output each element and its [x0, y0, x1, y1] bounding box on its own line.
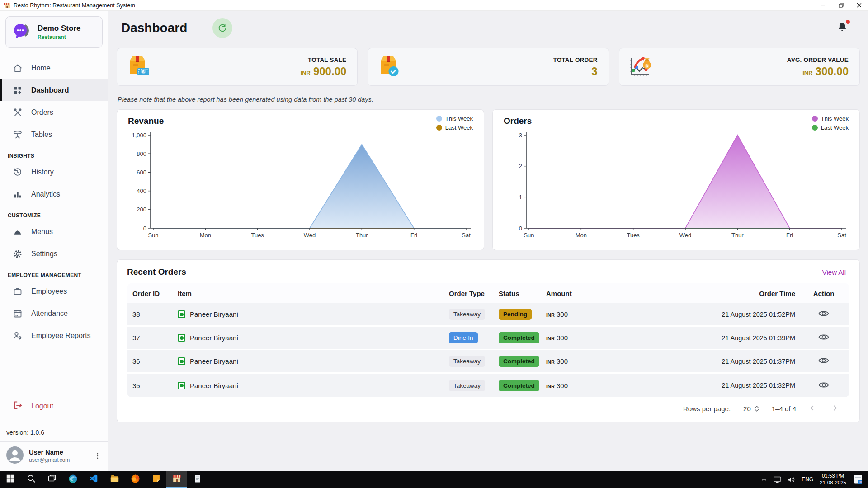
prev-page-button[interactable] — [809, 404, 816, 413]
sidebar-item-dashboard[interactable]: Dashboard — [0, 79, 108, 101]
package-check-icon — [376, 53, 402, 80]
legend-item-last-week[interactable]: Last Week — [812, 124, 849, 131]
search-icon — [26, 474, 36, 485]
minimize-button[interactable] — [814, 0, 832, 10]
taskbar-icon-resto-app[interactable] — [166, 471, 187, 488]
svg-text:400: 400 — [137, 188, 146, 194]
veg-icon — [178, 310, 185, 318]
svg-text:10: 10 — [858, 480, 862, 483]
revenue-chart: 02004006008001,000SunMonTuesWedThurFriSa… — [124, 130, 474, 244]
close-button[interactable] — [850, 0, 868, 10]
next-page-button[interactable] — [831, 404, 839, 413]
view-order-button[interactable] — [818, 308, 829, 320]
sidebar-item-label: Analytics — [31, 190, 60, 198]
veg-icon — [178, 357, 185, 365]
sidebar-item-tables[interactable]: Tables — [0, 123, 108, 145]
stat-label: TOTAL SALE — [301, 56, 347, 63]
avatar — [6, 446, 24, 465]
sidebar-item-menus[interactable]: Menus — [0, 221, 108, 243]
taskbar-icon-file-explorer[interactable] — [104, 471, 125, 488]
view-order-button[interactable] — [818, 355, 829, 367]
taskbar-icon-notepad[interactable] — [187, 471, 208, 488]
taskbar: ENG 01:53 PM 21-08-2025 10 — [0, 471, 868, 488]
notification-dot — [846, 20, 850, 24]
app-icon — [4, 2, 11, 9]
sidebar-item-home[interactable]: Home — [0, 57, 108, 79]
window-title: Resto Rhythm: Restaurant Management Syst… — [14, 2, 135, 9]
legend-item-this-week[interactable]: This Week — [436, 115, 473, 122]
svg-text:Mon: Mon — [200, 232, 211, 239]
taskbar-icon-vscode[interactable] — [83, 471, 104, 488]
taskbar-clock[interactable]: 01:53 PM 21-08-2025 — [820, 473, 846, 486]
user-name: User Name — [29, 449, 70, 456]
veg-icon — [178, 334, 185, 342]
window-titlebar: Resto Rhythm: Restaurant Management Syst… — [0, 0, 868, 11]
settings-icon — [12, 249, 23, 259]
rows-per-page-label: Rows per page: — [683, 405, 731, 413]
svg-text:Thur: Thur — [356, 232, 368, 239]
taskbar-icon-search[interactable] — [21, 471, 42, 488]
language-indicator[interactable]: ENG — [802, 476, 813, 483]
sidebar-item-label: Employees — [31, 287, 67, 296]
user-email: user@gmail.com — [29, 457, 70, 463]
analytics-icon — [12, 189, 23, 200]
svg-text:2: 2 — [519, 163, 522, 169]
view-order-button[interactable] — [818, 332, 829, 344]
view-all-link[interactable]: View All — [822, 268, 846, 276]
taskbar-icon-firefox[interactable] — [125, 471, 146, 488]
taskbar-icon-edge[interactable] — [62, 471, 83, 488]
chevron-up-icon[interactable] — [761, 476, 767, 483]
sidebar-item-attendance[interactable]: Attendance — [0, 302, 108, 324]
orders-table-body: 38Paneer BiryaaniTakeawayPendingINR30021… — [127, 303, 849, 397]
sidebar-item-employees[interactable]: Employees — [0, 280, 108, 302]
view-order-button[interactable] — [818, 380, 829, 392]
svg-text:1: 1 — [519, 194, 522, 201]
order-type-chip: Takeaway — [449, 309, 485, 320]
store-card[interactable]: Demo Store Restaurant — [5, 16, 103, 48]
tables-icon — [12, 129, 23, 140]
sidebar-item-label: Dashboard — [31, 86, 69, 94]
sidebar-item-employee-reports[interactable]: Employee Reports — [0, 324, 108, 347]
col-action: Action — [803, 290, 844, 297]
item-name: Paneer Biryaani — [190, 382, 238, 389]
svg-text:Sun: Sun — [148, 232, 158, 239]
order-time: 21 August 2025 01:37PM — [614, 358, 803, 365]
volume-icon[interactable] — [788, 476, 795, 483]
attendance-icon — [12, 308, 23, 319]
svg-text:800: 800 — [137, 150, 146, 157]
rows-per-page-value[interactable]: 20 — [743, 405, 751, 413]
sidebar-item-history[interactable]: History — [0, 161, 108, 183]
restore-button[interactable] — [832, 0, 850, 10]
section-label-insights: INSIGHTS — [8, 153, 108, 159]
taskbar-icon-start[interactable] — [0, 471, 21, 488]
employees-icon — [12, 286, 23, 297]
refresh-button[interactable] — [212, 18, 232, 38]
sidebar-item-settings[interactable]: Settings — [0, 243, 108, 265]
notification-center-icon[interactable]: 10 — [853, 474, 863, 485]
orders-chart: 0123SunMonTuesWedThurFriSat — [500, 130, 850, 244]
svg-text:Fri: Fri — [786, 232, 793, 239]
sidebar-item-logout[interactable]: Logout — [0, 395, 108, 417]
dashboard-icon — [12, 85, 23, 96]
display-icon[interactable] — [774, 476, 781, 483]
svg-text:Sat: Sat — [462, 232, 471, 239]
taskbar-icon-sticky-notes[interactable] — [146, 471, 166, 488]
order-id: 36 — [132, 357, 178, 365]
sidebar-item-label: Menus — [31, 228, 53, 236]
sidebar-item-analytics[interactable]: Analytics — [0, 183, 108, 205]
chart-moneybag-icon: $ — [627, 53, 654, 80]
user-menu-kebab-icon[interactable] — [92, 450, 104, 462]
legend-item-last-week[interactable]: Last Week — [436, 124, 473, 131]
edge-icon — [68, 474, 78, 486]
order-type-chip: Takeaway — [449, 356, 485, 367]
col-order-type: Order Type — [449, 290, 499, 297]
page-title: Dashboard — [121, 21, 187, 35]
legend-item-this-week[interactable]: This Week — [812, 115, 849, 122]
start-icon — [5, 474, 15, 485]
rows-per-page-stepper[interactable] — [755, 406, 759, 412]
sidebar-item-orders[interactable]: Orders — [0, 101, 108, 123]
orders-chart-card: Orders This WeekLast Week 0123SunMonTues… — [492, 109, 860, 250]
notifications-bell[interactable] — [836, 21, 848, 35]
taskbar-icon-task-view[interactable] — [42, 471, 62, 488]
sidebar-item-label: Settings — [31, 250, 57, 258]
